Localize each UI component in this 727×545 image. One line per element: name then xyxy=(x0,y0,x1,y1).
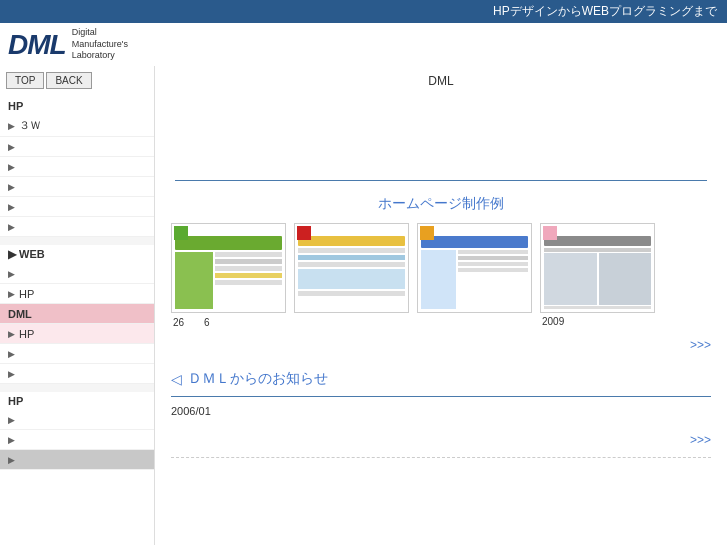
sidebar-item-hp1-label: HP xyxy=(19,288,34,300)
sidebar-section-hp2: HP xyxy=(0,392,154,410)
top-button[interactable]: TOP xyxy=(6,72,44,89)
sidebar-item-empty4[interactable]: ▶ xyxy=(0,197,154,217)
sidebar-item-dml[interactable]: DML xyxy=(0,304,154,324)
arrow-icon: ▶ xyxy=(8,222,15,232)
arrow-icon: ▶ xyxy=(8,182,15,192)
news-divider xyxy=(171,396,711,397)
arrow-icon: ▶ xyxy=(8,269,15,279)
sidebar-item-empty5[interactable]: ▶ xyxy=(0,217,154,237)
sidebar-section-web: ▶ WEB xyxy=(0,245,154,264)
logo-text: Digital Manufacture's Laboratory xyxy=(72,27,128,62)
sidebar-item-empty6[interactable]: ▶ xyxy=(0,344,154,364)
news-title: ◁ ＤＭＬからのお知らせ xyxy=(171,370,711,392)
main-divider xyxy=(175,180,707,181)
arrow-icon: ▶ xyxy=(8,202,15,212)
company-name: DML xyxy=(155,66,727,92)
news-date: 2006/01 xyxy=(171,401,711,421)
arrow-icon: ▶ xyxy=(8,142,15,152)
logo-line1: Digital xyxy=(72,27,97,37)
portfolio-item-3[interactable] xyxy=(417,223,532,330)
nav-buttons: TOP BACK xyxy=(0,68,154,93)
portfolio-img-3[interactable] xyxy=(417,223,532,313)
portfolio-item-4[interactable]: 2009 xyxy=(540,223,655,330)
layout: TOP BACK HP ▶ ３Ｗ ▶ ▶ ▶ ▶ ▶ ▶ WEB ▶ xyxy=(0,66,727,545)
portfolio-caption-4: 2009 xyxy=(540,316,655,327)
sidebar-item-web-empty[interactable]: ▶ xyxy=(0,264,154,284)
portfolio-img-4[interactable] xyxy=(540,223,655,313)
sidebar-item-hp3-empty2[interactable]: ▶ xyxy=(0,430,154,450)
main-content: DML ホームページ制作例 xyxy=(155,66,727,545)
arrow-icon: ▶ xyxy=(8,349,15,359)
portfolio-dot-2 xyxy=(297,226,311,240)
sidebar-item-hp1[interactable]: ▶ HP xyxy=(0,284,154,304)
news-more-link[interactable]: >>> xyxy=(155,429,727,451)
portfolio-dot-4 xyxy=(543,226,557,240)
sidebar-item-dml-label: DML xyxy=(8,308,32,320)
arrow-icon: ▶ xyxy=(8,415,15,425)
bottom-divider xyxy=(171,457,711,458)
logo-area: DML Digital Manufacture's Laboratory xyxy=(0,23,727,66)
sidebar-item-hp3-empty3[interactable]: ▶ xyxy=(0,450,154,470)
sidebar-item-hp2-label: HP xyxy=(19,328,34,340)
fake-screenshot-3 xyxy=(418,224,531,312)
back-button[interactable]: BACK xyxy=(46,72,91,89)
arrow-icon: ▶ xyxy=(8,369,15,379)
arrow-icon: ▶ xyxy=(8,121,15,131)
arrow-icon: ▶ xyxy=(8,455,15,465)
portfolio-more-link[interactable]: >>> xyxy=(155,334,727,356)
fake-screenshot-1 xyxy=(172,224,285,312)
sidebar-item-empty3[interactable]: ▶ xyxy=(0,177,154,197)
header-tagline: HPデザインからWEBプログラミングまで xyxy=(493,4,717,18)
portfolio-grid: 26 6 xyxy=(155,219,727,334)
speaker-icon: ◁ xyxy=(171,371,182,387)
main-spacer xyxy=(155,92,727,172)
arrow-icon: ▶ xyxy=(8,162,15,172)
portfolio-item-1[interactable]: 26 6 xyxy=(171,223,286,330)
sidebar-item-hp3-empty1[interactable]: ▶ xyxy=(0,410,154,430)
portfolio-dot-3 xyxy=(420,226,434,240)
portfolio-item-2[interactable] xyxy=(294,223,409,330)
arrow-icon: ▶ xyxy=(8,329,15,339)
fake-screenshot-2 xyxy=(295,224,408,312)
portfolio-img-2[interactable] xyxy=(294,223,409,313)
sidebar-item-3w-label: ３Ｗ xyxy=(19,118,41,133)
logo-dml: DML xyxy=(8,29,66,61)
news-section: ◁ ＤＭＬからのお知らせ 2006/01 xyxy=(155,362,727,429)
fake-screenshot-4 xyxy=(541,224,654,312)
news-title-text: ＤＭＬからのお知らせ xyxy=(188,370,328,388)
sidebar-spacer1 xyxy=(0,237,154,245)
arrow-icon: ▶ xyxy=(8,289,15,299)
portfolio-dot-1 xyxy=(174,226,188,240)
logo-line2: Manufacture's xyxy=(72,39,128,49)
portfolio-title: ホームページ制作例 xyxy=(155,189,727,219)
arrow-icon: ▶ xyxy=(8,435,15,445)
sidebar-item-hp2[interactable]: ▶ HP xyxy=(0,324,154,344)
sidebar: TOP BACK HP ▶ ３Ｗ ▶ ▶ ▶ ▶ ▶ ▶ WEB ▶ xyxy=(0,66,155,545)
sidebar-item-empty1[interactable]: ▶ xyxy=(0,137,154,157)
logo-line3: Laboratory xyxy=(72,50,115,60)
sidebar-item-empty2[interactable]: ▶ xyxy=(0,157,154,177)
sidebar-spacer2 xyxy=(0,384,154,392)
header-top-bar: HPデザインからWEBプログラミングまで xyxy=(0,0,727,23)
portfolio-img-1[interactable] xyxy=(171,223,286,313)
sidebar-item-3w[interactable]: ▶ ３Ｗ xyxy=(0,115,154,137)
sidebar-item-empty7[interactable]: ▶ xyxy=(0,364,154,384)
sidebar-section-hp: HP xyxy=(0,97,154,115)
portfolio-caption-1: 26 6 xyxy=(171,316,286,330)
